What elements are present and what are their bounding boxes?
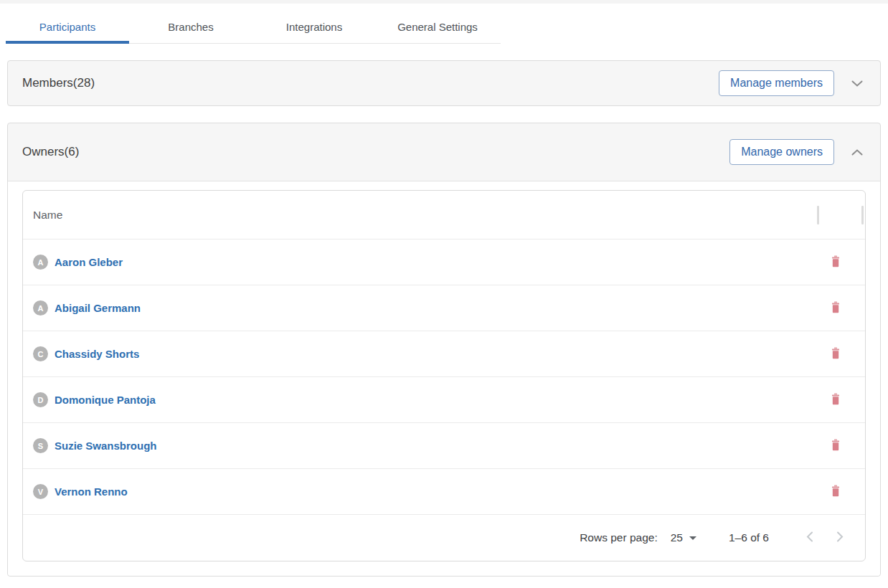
next-page-button[interactable]: [833, 528, 846, 547]
members-expand-toggle[interactable]: [849, 75, 866, 92]
trash-icon: [831, 301, 841, 316]
trash-icon: [831, 393, 841, 407]
owners-section: Owners(6) Manage owners Name A Aaron Gle…: [7, 123, 881, 577]
delete-owner-button[interactable]: [829, 483, 842, 501]
pagination-bar: Rows per page: 25 1–6 of 6: [23, 515, 865, 561]
table-row: A Aaron Gleber: [23, 240, 865, 285]
trash-icon: [831, 255, 841, 270]
caret-down-icon: [689, 536, 696, 540]
tab-branches[interactable]: Branches: [129, 14, 252, 43]
table-row: S Suzie Swansbrough: [23, 423, 865, 469]
member-name-link[interactable]: Aaron Gleber: [55, 256, 123, 268]
avatar: S: [33, 438, 48, 453]
avatar: A: [33, 300, 48, 316]
column-resize-handle[interactable]: [817, 206, 819, 224]
owners-table-header-row: Name: [23, 191, 865, 240]
chevron-left-icon: [806, 531, 813, 544]
rows-per-page-label: Rows per page:: [580, 531, 658, 544]
members-section: Members(28) Manage members: [7, 60, 881, 106]
members-section-header: Members(28) Manage members: [8, 61, 880, 105]
avatar: A: [33, 255, 48, 270]
owners-table-body: A Aaron Gleber A Abigail Germann: [23, 240, 865, 515]
trash-icon: [831, 485, 841, 499]
active-tab-indicator: [6, 41, 129, 44]
delete-owner-button[interactable]: [829, 346, 842, 363]
manage-owners-button[interactable]: Manage owners: [729, 139, 834, 165]
table-row: V Vernon Renno: [23, 469, 865, 515]
tab-branches-label: Branches: [168, 21, 213, 33]
column-header-name: Name: [33, 209, 62, 222]
member-name-link[interactable]: Domonique Pantoja: [55, 394, 156, 406]
owners-section-header: Owners(6) Manage owners: [8, 123, 880, 181]
trash-icon: [831, 439, 841, 453]
rows-per-page-value: 25: [671, 531, 683, 544]
member-name-link[interactable]: Chassidy Shorts: [55, 348, 139, 360]
tab-participants[interactable]: Participants: [6, 14, 129, 43]
chevron-right-icon: [836, 531, 844, 544]
owners-section-title: Owners(6): [22, 145, 729, 159]
avatar: C: [33, 346, 48, 361]
settings-tab-bar: Participants Branches Integrations Gener…: [6, 14, 501, 44]
delete-owner-button[interactable]: [829, 392, 842, 409]
owners-collapse-toggle[interactable]: [849, 144, 866, 161]
delete-owner-button[interactable]: [829, 254, 842, 271]
rows-per-page-select[interactable]: 25: [671, 531, 696, 544]
table-row: A Abigail Germann: [23, 285, 865, 331]
owners-table: Name A Aaron Gleber A Abigail Germann: [22, 190, 866, 561]
avatar: D: [33, 392, 48, 407]
avatar: V: [33, 484, 48, 499]
delete-owner-button[interactable]: [829, 437, 842, 455]
chevron-up-icon: [851, 147, 863, 158]
owners-section-body: Name A Aaron Gleber A Abigail Germann: [8, 181, 880, 576]
top-divider-strip: [0, 0, 888, 4]
manage-members-button[interactable]: Manage members: [719, 70, 834, 96]
table-row: D Domonique Pantoja: [23, 377, 865, 423]
member-name-link[interactable]: Abigail Germann: [55, 302, 141, 314]
members-section-title: Members(28): [22, 76, 719, 90]
pagination-range-label: 1–6 of 6: [729, 531, 769, 544]
tab-integrations[interactable]: Integrations: [252, 14, 376, 43]
tab-general-settings[interactable]: General Settings: [376, 14, 499, 43]
column-resize-handle[interactable]: [861, 206, 864, 224]
delete-owner-button[interactable]: [829, 300, 842, 317]
table-row: C Chassidy Shorts: [23, 331, 865, 377]
tab-integrations-label: Integrations: [286, 21, 342, 33]
member-name-link[interactable]: Suzie Swansbrough: [55, 440, 157, 452]
previous-page-button[interactable]: [803, 528, 816, 547]
trash-icon: [831, 347, 841, 361]
tab-participants-label: Participants: [39, 21, 95, 33]
tab-general-settings-label: General Settings: [397, 21, 478, 33]
member-name-link[interactable]: Vernon Renno: [55, 485, 128, 498]
chevron-down-icon: [851, 78, 863, 89]
